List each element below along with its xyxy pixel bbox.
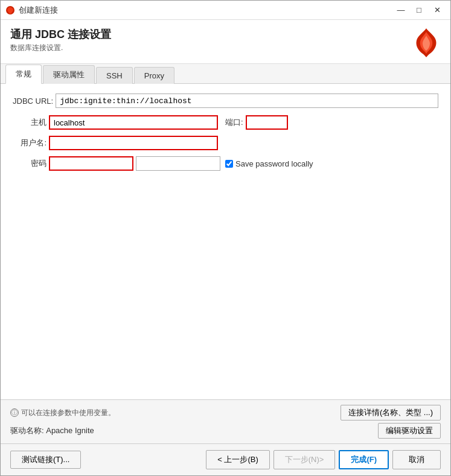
maximize-button[interactable]: □ [411,4,427,16]
connection-details-button[interactable]: 连接详情(名称、类型 ...) [341,405,441,420]
jdbc-url-label: JDBC URL: [13,97,53,106]
info-row: ⓘ 可以在连接参数中使用变量。 连接详情(名称、类型 ...) [10,405,441,420]
password-row: 密码 Save password locally [13,156,438,171]
cancel-button[interactable]: 取消 [392,450,441,469]
window-title: 创建新连接 [19,5,392,16]
tabs-bar: 常规 驱动属性 SSH Proxy [1,64,450,84]
main-window: 创建新连接 — □ ✕ 通用 JDBC 连接设置 数据库连接设置. 常规 驱动属… [0,0,451,476]
jdbc-url-row: JDBC URL: [13,94,438,108]
password-input[interactable] [49,156,133,171]
jdbc-url-input[interactable] [56,94,438,108]
prev-button[interactable]: < 上一步(B) [206,450,270,469]
test-connection-button[interactable]: 测试链接(T)... [10,451,81,469]
save-password-label: Save password locally [235,159,313,168]
title-bar: 创建新连接 — □ ✕ [1,1,450,20]
host-row: 主机 端口: [13,115,438,130]
save-password-area: Save password locally [225,159,313,168]
window-icon [5,5,15,15]
save-password-checkbox[interactable] [225,160,233,168]
header-titles: 通用 JDBC 连接设置 数据库连接设置. [10,27,111,53]
header: 通用 JDBC 连接设置 数据库连接设置. [1,20,450,64]
username-label: 用户名: [13,138,49,148]
next-button[interactable]: 下一步(N)> [273,450,336,469]
tab-ssh[interactable]: SSH [96,67,133,84]
finish-button[interactable]: 完成(F) [339,450,389,469]
edit-driver-button[interactable]: 编辑驱动设置 [378,423,441,439]
minimize-button[interactable]: — [392,4,409,16]
host-label: 主机 [13,117,49,128]
footer-left: 测试链接(T)... [10,451,81,469]
driver-label: 驱动名称: Apache Ignite [10,425,94,436]
info-text-area: ⓘ 可以在连接参数中使用变量。 [10,408,115,418]
username-row: 用户名: [13,136,438,150]
info-text: 可以在连接参数中使用变量。 [21,408,115,418]
app-logo [412,27,441,59]
content-area: JDBC URL: 主机 端口: 用户名: 密码 Save password l… [1,84,450,399]
password-confirm-input[interactable] [136,156,220,171]
tab-proxy[interactable]: Proxy [134,67,174,84]
port-label: 端口: [225,117,243,128]
username-input[interactable] [49,136,218,150]
footer-right: < 上一步(B) 下一步(N)> 完成(F) 取消 [206,450,441,469]
tab-driver-props[interactable]: 驱动属性 [43,65,95,84]
info-icon: ⓘ [10,408,19,417]
bottom-info: ⓘ 可以在连接参数中使用变量。 连接详情(名称、类型 ...) 驱动名称: Ap… [1,399,450,443]
footer-buttons: 测试链接(T)... < 上一步(B) 下一步(N)> 完成(F) 取消 [1,443,450,475]
password-label: 密码 [13,158,49,169]
header-subtitle: 数据库连接设置. [10,43,111,53]
header-title: 通用 JDBC 连接设置 [10,27,111,42]
host-input[interactable] [49,115,218,130]
driver-row: 驱动名称: Apache Ignite 编辑驱动设置 [10,423,441,439]
close-button[interactable]: ✕ [429,4,446,16]
tab-general[interactable]: 常规 [5,65,42,84]
window-controls: — □ ✕ [392,4,446,16]
port-input[interactable] [246,115,288,130]
